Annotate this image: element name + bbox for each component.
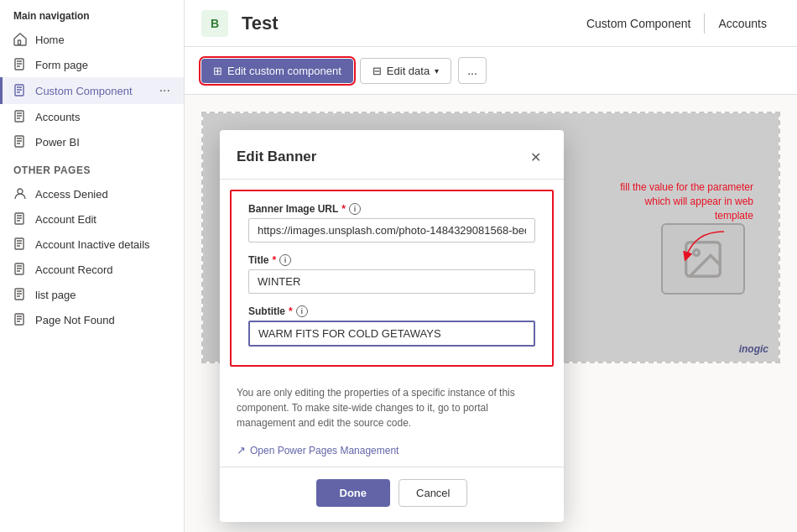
toolbar: ⊞ Edit custom component ⊟ Edit data ▾ ..… [185,47,797,95]
sidebar-item-account-inactive-label: Account Inactive details [35,238,150,251]
main-area: B Test Custom Component Accounts ⊞ Edit … [185,0,797,532]
annotation-text: fill the value for the parameter which w… [611,180,753,222]
sidebar: Main navigation Home Form page Custom Co… [0,0,185,532]
content-area: ⊞ Edit custom component ⊟ Edit data ▾ ..… [185,47,797,532]
sidebar-item-home-label: Home [35,34,65,46]
sidebar-item-list-page-label: list page [35,289,76,301]
grid-icon: ⊟ [372,65,382,77]
topbar-nav-accounts[interactable]: Accounts [705,0,780,47]
title-label: Title * i [248,254,535,266]
user-icon [13,187,27,201]
edit-banner-modal: Edit Banner ✕ Banner Image URL * i [220,130,564,522]
sidebar-item-accounts-label: Accounts [35,111,80,123]
sidebar-item-home[interactable]: Home [0,27,184,52]
file-icon-account-inactive [13,237,27,251]
file-icon-power-bi [13,135,27,149]
file-icon-account-edit [13,212,27,226]
topbar: B Test Custom Component Accounts [185,0,797,47]
sidebar-item-account-record-label: Account Record [35,263,113,276]
banner-url-info-icon: i [349,203,361,215]
sidebar-item-accounts[interactable]: Accounts [0,104,184,129]
file-icon-custom [13,84,27,97]
banner-url-required: * [341,203,346,215]
annotation-arrow-icon [678,227,728,263]
edit-data-button[interactable]: ⊟ Edit data ▾ [360,58,451,84]
modal-body: Banner Image URL * i Title * [230,190,554,367]
sidebar-item-custom-component-dots[interactable]: ··· [159,83,170,98]
ellipsis-icon: ... [467,64,477,77]
banner-url-label: Banner Image URL * i [248,203,535,215]
file-icon-account-record [13,263,27,276]
svg-point-5 [18,189,23,194]
sidebar-item-access-denied[interactable]: Access Denied [0,181,184,206]
modal-title: Edit Banner [237,149,316,165]
modal-header: Edit Banner ✕ [220,130,564,180]
banner-url-input[interactable] [248,218,535,243]
sidebar-item-account-edit-label: Account Edit [35,213,96,226]
title-input[interactable] [248,269,535,294]
main-nav-label: Main navigation [0,0,184,27]
topbar-logo: B [201,10,228,37]
sidebar-item-form-page[interactable]: Form page [0,52,184,77]
sidebar-item-page-not-found[interactable]: Page Not Found [0,307,184,332]
subtitle-label-text: Subtitle [248,305,285,317]
sidebar-item-account-edit[interactable]: Account Edit [0,206,184,232]
form-group-banner-url: Banner Image URL * i [248,203,535,243]
chevron-down-icon: ▾ [435,66,439,76]
subtitle-required: * [289,305,293,317]
dashed-content-area: fill the value for the parameter which w… [201,112,780,363]
table-icon: ⊞ [213,65,222,77]
sidebar-item-list-page[interactable]: list page [0,282,184,307]
sidebar-item-custom-component-label: Custom Component [35,85,133,97]
more-options-button[interactable]: ... [458,57,487,84]
subtitle-input[interactable] [248,321,535,347]
title-label-text: Title [248,254,268,266]
file-icon-page-not-found [13,313,27,326]
form-group-subtitle: Subtitle * i [248,305,535,347]
modal-close-button[interactable]: ✕ [524,145,547,169]
open-power-pages-label: Open Power Pages Management [250,445,398,456]
topbar-nav-custom-component[interactable]: Custom Component [573,0,705,47]
file-icon-form [13,58,27,71]
sidebar-item-power-bi-label: Power BI [35,136,80,149]
open-power-pages-link[interactable]: ↗ Open Power Pages Management [220,441,564,467]
form-group-title: Title * i [248,254,535,294]
modal-actions: Done Cancel [220,467,564,522]
sidebar-item-account-record[interactable]: Account Record [0,257,184,282]
edit-data-label: Edit data [387,65,430,77]
modal-footer-note: You are only editing the properties of a… [220,377,564,441]
done-button[interactable]: Done [316,479,391,507]
sidebar-item-power-bi[interactable]: Power BI [0,129,184,154]
topbar-title: Test [242,13,560,34]
file-icon-list [13,288,27,301]
topbar-nav: Custom Component Accounts [573,0,780,47]
external-link-icon: ↗ [237,444,246,456]
home-icon [13,33,27,46]
sidebar-item-form-page-label: Form page [35,59,88,71]
page-background: fill the value for the parameter which w… [185,95,797,380]
sidebar-item-page-not-found-label: Page Not Found [35,314,115,326]
banner-url-label-text: Banner Image URL [248,203,338,215]
title-info-icon: i [279,254,291,266]
sidebar-item-access-denied-label: Access Denied [35,188,108,201]
annotation: fill the value for the parameter which w… [611,180,753,263]
subtitle-label: Subtitle * i [248,305,535,317]
sidebar-item-account-inactive[interactable]: Account Inactive details [0,232,184,257]
edit-custom-component-button[interactable]: ⊞ Edit custom component [201,59,353,83]
sidebar-item-custom-component[interactable]: Custom Component ··· [0,77,184,104]
cancel-button[interactable]: Cancel [398,479,467,507]
other-pages-label: Other pages [0,154,184,181]
home-icon-accounts [13,110,27,123]
title-required: * [272,254,276,266]
subtitle-info-icon: i [296,305,308,317]
edit-custom-label: Edit custom component [227,65,341,77]
svg-rect-0 [18,40,21,44]
